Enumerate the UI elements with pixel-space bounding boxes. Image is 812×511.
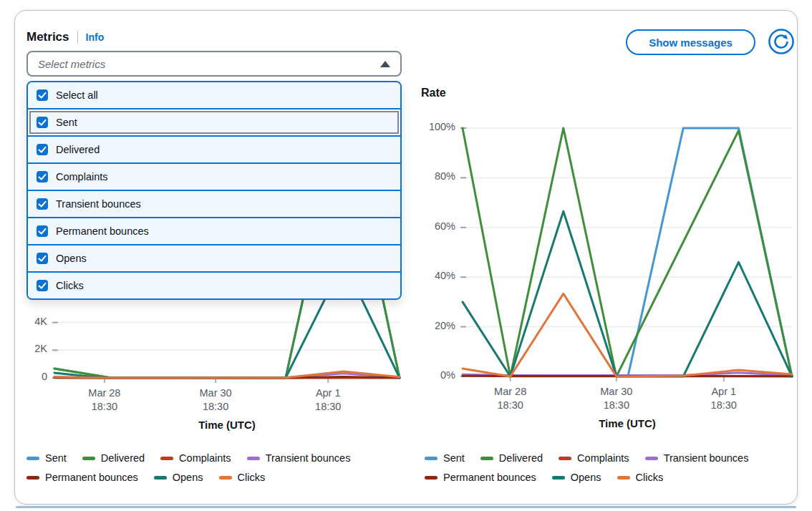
x-tick-label: Apr 118:30	[289, 386, 367, 414]
x-tick-line2: 18:30	[289, 400, 367, 414]
option-permanent-bounces[interactable]: Permanent bounces	[28, 218, 400, 245]
checkbox[interactable]	[37, 171, 48, 182]
x-tick-label: Mar 2818:30	[471, 385, 550, 412]
header-divider	[77, 31, 78, 44]
option-opens[interactable]: Opens	[28, 245, 400, 273]
legend-label: Opens	[571, 472, 601, 483]
legend-item-delivered: Delivered	[82, 452, 145, 464]
series-line-clicks	[463, 293, 792, 376]
x-tick-line1: Mar 28	[471, 385, 550, 399]
series-line-clicks	[54, 371, 400, 378]
option-sent[interactable]: Sent	[28, 110, 400, 137]
legend-marker-icon	[480, 457, 493, 460]
option-label: Select all	[56, 89, 98, 101]
x-tick-label: Mar 2818:30	[65, 386, 144, 414]
checkbox[interactable]	[37, 253, 48, 264]
count-x-axis-title: Time (UTC)	[155, 419, 299, 431]
option-label: Complaints	[56, 171, 108, 182]
legend-item-complaints: Complaints	[160, 452, 231, 464]
x-tick-label: Mar 3018:30	[176, 386, 255, 414]
x-tick-line1: Mar 30	[176, 386, 255, 400]
option-clicks[interactable]: Clicks	[28, 273, 400, 298]
legend-marker-icon	[26, 457, 39, 460]
page-title: Metrics	[26, 30, 69, 44]
series-line-transient-bounces	[54, 374, 400, 378]
legend-label: Permanent bounces	[443, 472, 536, 483]
legend-marker-icon	[247, 457, 260, 460]
legend-label: Transient bounces	[266, 452, 351, 464]
refresh-button[interactable]	[768, 28, 795, 55]
legend-label: Delivered	[101, 452, 145, 464]
legend-item-permanent-bounces: Permanent bounces	[425, 472, 536, 483]
panel-header: Metrics Info	[26, 30, 104, 44]
series-line-transient-bounces	[463, 373, 792, 376]
rate-x-axis-title: Time (UTC)	[556, 417, 699, 429]
option-complaints[interactable]: Complaints	[28, 164, 400, 191]
metrics-select-placeholder: Select metrics	[38, 58, 105, 70]
legend-marker-icon	[645, 457, 658, 460]
series-line-sent	[628, 128, 792, 376]
checkbox[interactable]	[37, 144, 48, 155]
x-tick-line2: 18:30	[577, 399, 656, 412]
metrics-panel: Metrics Info Show messages Select metric…	[14, 10, 798, 505]
checkbox[interactable]	[37, 280, 48, 291]
series-line-complaints	[463, 376, 792, 376]
option-select-all[interactable]: Select all	[28, 82, 400, 110]
series-line-opens	[463, 211, 792, 376]
x-tick-line1: Apr 1	[289, 386, 367, 400]
y-tick-label: 0	[4, 371, 47, 382]
legend-marker-icon	[559, 457, 571, 460]
legend-label: Opens	[173, 472, 203, 483]
legend-label: Sent	[45, 452, 67, 464]
checkbox[interactable]	[37, 225, 48, 237]
legend-label: Permanent bounces	[45, 472, 138, 483]
y-tick-label: 60%	[412, 220, 455, 232]
option-label: Transient bounces	[56, 198, 141, 210]
legend-marker-icon	[219, 476, 232, 480]
legend-marker-icon	[82, 457, 95, 460]
refresh-icon	[768, 47, 795, 57]
metrics-select-trigger[interactable]: Select metrics	[26, 51, 402, 77]
y-tick-label: 80%	[412, 170, 455, 182]
checkbox[interactable]	[37, 117, 48, 128]
legend-item-clicks: Clicks	[219, 472, 266, 483]
series-line-permanent-bounces	[54, 377, 400, 378]
count-chart-legend: Sent Delivered Complaints Transient boun…	[26, 452, 417, 483]
legend-item-transient-bounces: Transient bounces	[645, 452, 749, 464]
x-tick-line1: Mar 28	[65, 386, 144, 400]
legend-item-sent: Sent	[26, 452, 67, 464]
legend-item-opens: Opens	[154, 472, 203, 483]
legend-label: Clicks	[636, 472, 664, 483]
info-link[interactable]: Info	[86, 31, 105, 43]
legend-marker-icon	[160, 457, 173, 460]
legend-item-clicks: Clicks	[617, 472, 664, 483]
x-tick-line1: Mar 30	[577, 385, 656, 399]
checkbox[interactable]	[37, 198, 48, 210]
x-tick-label: Apr 118:30	[685, 385, 763, 412]
rate-chart-title: Rate	[421, 87, 446, 99]
x-tick-line2: 18:30	[685, 399, 763, 412]
y-tick-label: 40%	[412, 270, 455, 281]
option-label: Sent	[56, 117, 77, 128]
x-tick-line2: 18:30	[176, 400, 255, 414]
option-label: Permanent bounces	[56, 225, 149, 237]
legend-marker-icon	[552, 476, 565, 480]
checkbox[interactable]	[37, 89, 48, 101]
bottom-divider	[16, 506, 796, 508]
legend-item-sent: Sent	[425, 452, 465, 464]
legend-marker-icon	[154, 476, 167, 480]
caret-up-icon	[380, 61, 390, 67]
y-tick-label: 2K	[4, 343, 47, 354]
option-label: Delivered	[56, 144, 100, 155]
legend-label: Delivered	[499, 452, 543, 464]
series-line-delivered	[463, 128, 792, 376]
y-tick-label: 0%	[412, 369, 455, 381]
rate-chart	[457, 122, 798, 382]
legend-marker-icon	[425, 476, 438, 480]
y-tick-label: 20%	[412, 320, 455, 331]
series-line-complaints	[54, 378, 400, 379]
option-label: Opens	[56, 253, 87, 264]
option-delivered[interactable]: Delivered	[28, 137, 400, 164]
show-messages-button[interactable]: Show messages	[626, 29, 755, 55]
option-transient-bounces[interactable]: Transient bounces	[28, 191, 400, 218]
